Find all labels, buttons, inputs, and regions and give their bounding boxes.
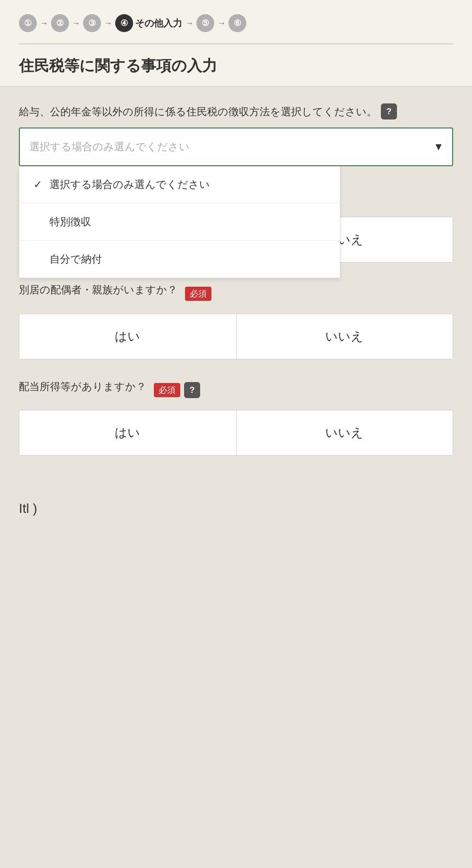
step-1-circle: ① [19,14,37,32]
tax-collection-help-icon[interactable]: ? [381,103,397,119]
section-dividend-income: 配当所得等がありますか？ 必須 ? はい いいえ [19,378,453,456]
step-arrow-2: → [72,18,80,28]
content: 給与、公的年金等以外の所得に係る住民税の徴収方法を選択してください。 ? 選択す… [0,86,472,492]
dropdown-option-special-label: 特別徴収 [50,215,91,229]
page-title: 住民税等に関する事項の入力 [19,56,453,77]
check-icon: ✓ [34,179,42,191]
step-6-circle: ⑥ [228,14,246,32]
step-arrow-3: → [104,18,112,28]
step-arrow-4: → [185,18,194,28]
dividend-income-yesno: はい いいえ [19,410,453,456]
tax-collection-text: 給与、公的年金等以外の所得に係る住民税の徴収方法を選択してください。 [19,103,377,120]
step-arrow-1: → [40,18,48,28]
step-2-circle: ② [51,14,69,32]
step-arrow-5: → [217,18,226,28]
step-2: ② [51,14,69,32]
tax-collection-dropdown-wrapper: 選択する場合のみ選んでください ▼ ✓ 選択する場合のみ選んでください ✓ 特別… [19,128,453,166]
header: ① → ② → ③ → ④ その他入力 → ⑤ → ⑥ 住民税等に関する事項の入… [0,0,472,86]
dividend-income-no[interactable]: いいえ [236,410,453,455]
step-bar: ① → ② → ③ → ④ その他入力 → ⑤ → ⑥ [19,14,453,32]
step-4: ④ その他入力 [115,14,182,32]
bottom-text: Itl ) [0,492,472,526]
separate-living-no[interactable]: いいえ [236,314,453,359]
step-5: ⑤ [196,14,214,32]
dropdown-option-none[interactable]: ✓ 選択する場合のみ選んでください [19,166,340,204]
dividend-income-required: 必須 [154,383,180,397]
dividend-income-help-icon[interactable]: ? [184,382,200,398]
dropdown-option-self[interactable]: ✓ 自分で納付 [19,241,340,278]
section-tax-collection: 給与、公的年金等以外の所得に係る住民税の徴収方法を選択してください。 ? 選択す… [19,103,453,166]
dividend-income-yes[interactable]: はい [19,410,236,455]
dropdown-option-special[interactable]: ✓ 特別徴収 [19,204,340,241]
tax-collection-dropdown[interactable]: 選択する場合のみ選んでください [19,128,453,166]
dropdown-menu: ✓ 選択する場合のみ選んでください ✓ 特別徴収 ✓ 自分で納付 [19,166,340,278]
step-3-circle: ③ [83,14,101,32]
step-6: ⑥ [228,14,246,32]
section-separate-living: 別居の配偶者・親族がいますか？ 必須 はい いいえ [19,281,453,359]
dividend-income-text: 配当所得等がありますか？ [19,378,146,395]
separate-living-text: 別居の配偶者・親族がいますか？ [19,281,177,298]
separate-living-required: 必須 [185,287,211,301]
tax-collection-question: 給与、公的年金等以外の所得に係る住民税の徴収方法を選択してください。 ? [19,103,453,120]
step-5-circle: ⑤ [196,14,214,32]
step-4-circle: ④ [115,14,133,32]
dropdown-placeholder: 選択する場合のみ選んでください [29,140,190,154]
step-1: ① [19,14,37,32]
step-3: ③ [83,14,101,32]
separate-living-yesno: はい いいえ [19,314,453,359]
separate-living-yes[interactable]: はい [19,314,236,359]
dropdown-option-self-label: 自分で納付 [50,252,102,266]
dividend-income-question-row: 配当所得等がありますか？ 必須 ? [19,378,453,402]
dropdown-option-none-label: 選択する場合のみ選んでください [50,178,210,192]
step-4-label: その他入力 [135,17,182,30]
separate-living-question-row: 別居の配偶者・親族がいますか？ 必須 [19,281,453,306]
